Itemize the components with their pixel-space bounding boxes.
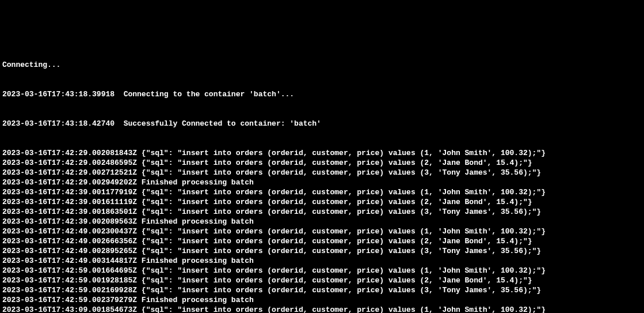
- log-line-sql: 2023-03-16T17:42:29.002712521Z {"sql": "…: [2, 168, 642, 178]
- log-line-finish: 2023-03-16T17:42:49.003144817Z Finished …: [2, 256, 642, 266]
- log-body: 2023-03-16T17:42:29.002081843Z {"sql": "…: [2, 148, 642, 313]
- log-line-sql: 2023-03-16T17:42:49.002300437Z {"sql": "…: [2, 227, 642, 236]
- log-line-sql: 2023-03-16T17:42:49.002666356Z {"sql": "…: [2, 236, 642, 246]
- log-line-sql: 2023-03-16T17:42:39.001863501Z {"sql": "…: [2, 207, 642, 217]
- log-line-connect-success: 2023-03-16T17:43:18.42740 Successfully C…: [2, 119, 642, 129]
- log-line-connect-start: 2023-03-16T17:43:18.39918 Connecting to …: [2, 89, 642, 99]
- log-line-sql: 2023-03-16T17:42:49.002895265Z {"sql": "…: [2, 246, 642, 256]
- terminal-output[interactable]: Connecting... 2023-03-16T17:43:18.39918 …: [2, 40, 642, 313]
- log-line-connecting: Connecting...: [2, 60, 642, 70]
- log-line-sql: 2023-03-16T17:43:09.001854673Z {"sql": "…: [2, 305, 642, 313]
- log-line-sql: 2023-03-16T17:42:29.002486595Z {"sql": "…: [2, 158, 642, 168]
- log-line-finish: 2023-03-16T17:42:59.002379279Z Finished …: [2, 295, 642, 305]
- log-line-sql: 2023-03-16T17:42:59.002169928Z {"sql": "…: [2, 285, 642, 295]
- log-line-sql: 2023-03-16T17:42:39.001611119Z {"sql": "…: [2, 197, 642, 207]
- log-line-sql: 2023-03-16T17:42:29.002081843Z {"sql": "…: [2, 148, 642, 158]
- log-line-sql: 2023-03-16T17:42:59.001664695Z {"sql": "…: [2, 266, 642, 276]
- log-line-sql: 2023-03-16T17:42:59.001928185Z {"sql": "…: [2, 276, 642, 285]
- log-line-finish: 2023-03-16T17:42:29.002949202Z Finished …: [2, 178, 642, 187]
- log-line-finish: 2023-03-16T17:42:39.002089563Z Finished …: [2, 217, 642, 227]
- log-line-sql: 2023-03-16T17:42:39.001177919Z {"sql": "…: [2, 187, 642, 197]
